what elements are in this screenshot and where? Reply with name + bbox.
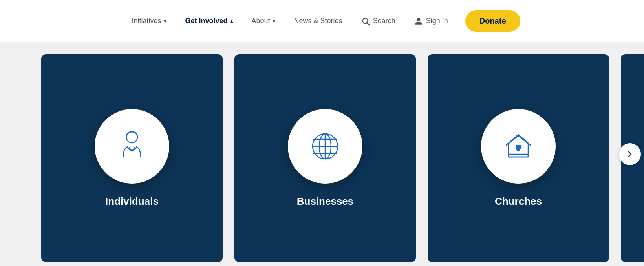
initiatives-label: Initiatives [132,17,161,25]
individuals-label: Individuals [105,195,159,208]
businesses-icon-circle [288,109,362,184]
sign-in-label: Sign In [426,17,448,25]
person-icon [414,17,423,26]
chevron-up-icon: ▴ [230,18,233,24]
search-label: Search [373,17,395,25]
svg-rect-10 [509,154,528,157]
chevron-right-icon [625,149,635,159]
chevron-down-icon-about: ▾ [273,18,275,24]
get-involved-label: Get Involved [185,17,228,25]
individual-person-icon [114,129,150,164]
churches-icon-circle [481,109,556,184]
businesses-card[interactable]: Businesses [234,54,416,262]
main-nav: Initiatives ▾ Get Involved ▴ About ▾ New… [124,10,520,32]
nav-get-involved[interactable]: Get Involved ▴ [177,13,241,29]
nav-search[interactable]: Search [353,13,403,29]
nav-about[interactable]: About ▾ [244,13,283,29]
news-stories-label: News & Stories [294,17,342,25]
about-label: About [252,17,270,25]
nav-initiatives[interactable]: Initiatives ▾ [124,13,174,29]
churches-card[interactable]: Churches [428,54,609,262]
individuals-card[interactable]: Individuals [41,54,223,262]
cards-container: Individuals Businesses [41,54,644,262]
church-icon [501,129,536,164]
churches-label: Churches [495,195,542,208]
next-button[interactable] [619,143,641,165]
nav-sign-in[interactable]: Sign In [406,13,456,29]
chevron-down-icon: ▾ [164,18,166,24]
header: Initiatives ▾ Get Involved ▴ About ▾ New… [0,0,644,42]
businesses-label: Businesses [297,195,354,208]
main-content: Individuals Businesses [0,42,644,266]
svg-line-1 [367,23,369,25]
donate-button[interactable]: Donate [465,10,520,32]
nav-news-stories[interactable]: News & Stories [286,13,350,29]
globe-icon [307,129,343,164]
individuals-icon-circle [95,109,169,184]
search-icon [361,17,370,26]
